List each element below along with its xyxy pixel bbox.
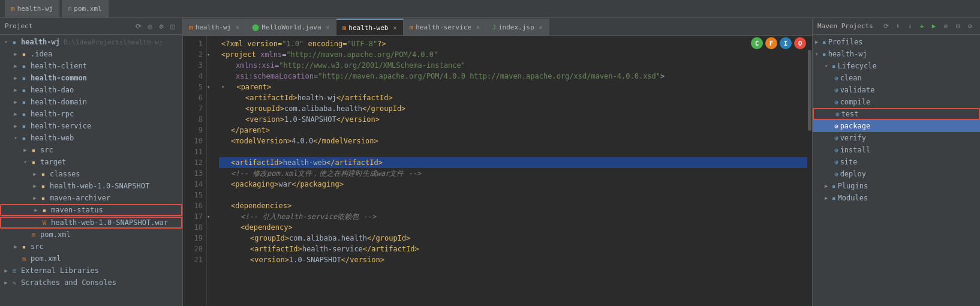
maven-import-icon[interactable]: ⬇: [892, 21, 903, 32]
scroll-thumb[interactable]: [808, 50, 811, 131]
code-text: <packaging>war</packaging>: [221, 179, 344, 190]
tree-item-idea[interactable]: ▶ ▪ .idea: [0, 48, 182, 60]
tree-item-maven-status[interactable]: ▶ ▪ maven-status: [0, 204, 182, 216]
tree-item-health-domain[interactable]: ▶ ▪ health-domain: [0, 96, 182, 108]
fold-btn-5[interactable]: ▾: [207, 82, 214, 92]
tab-close-icon[interactable]: ×: [476, 24, 480, 31]
opera-btn[interactable]: O: [794, 37, 806, 49]
item-label: src: [40, 146, 53, 154]
code-text: <project xmlns="http://maven.apache.org/…: [221, 49, 438, 60]
tree-item-health-client[interactable]: ▶ ▪ health-client: [0, 60, 182, 72]
maven-add-icon[interactable]: +: [916, 21, 927, 32]
maven-item-profiles[interactable]: ▶ ▪ Profiles: [813, 36, 980, 48]
maven-item-package[interactable]: ⚙ package: [813, 120, 980, 132]
fold-btn-16[interactable]: ▾: [207, 211, 214, 222]
maven-arrow-right: ▶: [825, 195, 832, 201]
top-tab-pom[interactable]: m pom.xml: [62, 0, 108, 17]
item-label: health-web-1.0-SNAPSHOT.war: [51, 218, 168, 227]
editor-tab-health-wj[interactable]: m health-wj ×: [183, 19, 246, 35]
code-line-11: [219, 146, 812, 157]
tree-item-health-service[interactable]: ▶ ▪ health-service: [0, 120, 182, 132]
maven-item-validate[interactable]: ⚙ validate: [813, 84, 980, 96]
gear-lifecycle-icon: ⚙: [834, 146, 838, 154]
tree-item-scratches[interactable]: ▶ ✎ Scratches and Consoles: [0, 277, 182, 289]
arrow-right: ▶: [12, 51, 19, 57]
maven-refresh-icon[interactable]: ⟳: [880, 21, 891, 32]
maven-collapse-icon[interactable]: ⊟: [952, 21, 963, 32]
maven-item-lifecycle[interactable]: ▾ ▪ Lifecycle: [813, 60, 980, 72]
tab-close-icon[interactable]: ×: [236, 24, 239, 31]
item-label: health-web-1.0-SNAPSHOT: [50, 182, 149, 190]
fold-icon-5[interactable]: ▾: [221, 82, 224, 92]
maven-run-icon[interactable]: ▶: [928, 21, 939, 32]
item-label: health-dao: [31, 86, 74, 94]
arrow-right: ▶: [22, 147, 29, 153]
tree-item-pom-web[interactable]: m pom.xml: [0, 229, 182, 241]
editor-tab-health-web[interactable]: m health-web ×: [336, 19, 404, 35]
tree-item-external-libraries[interactable]: ▶ ⊞ External Libraries: [0, 265, 182, 277]
maven-item-verify[interactable]: ⚙ verify: [813, 132, 980, 144]
chrome-btn[interactable]: C: [751, 37, 763, 49]
locate-icon[interactable]: ◎: [145, 22, 155, 31]
tree-item-pom-root[interactable]: m pom.xml: [0, 253, 182, 265]
xml-icon: m: [68, 5, 71, 12]
tab-close-icon[interactable]: ×: [326, 24, 330, 31]
tree-item-health-web[interactable]: ▾ ▪ health-web: [0, 132, 182, 144]
module-icon: ▪: [19, 85, 29, 95]
arrow-right: ▶: [31, 195, 38, 201]
tree-item-war-file[interactable]: W health-web-1.0-SNAPSHOT.war: [0, 217, 182, 229]
tree-item-classes[interactable]: ▶ ▪ classes: [0, 168, 182, 180]
m-tab-icon: m: [410, 23, 414, 31]
code-line-2: <project xmlns="http://maven.apache.org/…: [219, 49, 812, 60]
maven-item-compile[interactable]: ⚙ compile: [813, 96, 980, 108]
code-text: <groupId>com.alibaba.health</groupId>: [221, 103, 405, 114]
expand-icon[interactable]: ◫: [168, 22, 178, 31]
code-text: <artifactId>health-web</artifactId>: [221, 157, 383, 168]
tree-item-target[interactable]: ▾ ▪ target: [0, 156, 182, 168]
tree-item-health-common[interactable]: ▶ ▪ health-common: [0, 72, 182, 84]
tree-item-maven-archiver[interactable]: ▶ ▪ maven-archiver: [0, 192, 182, 204]
maven-skip-icon[interactable]: ⊘: [940, 21, 951, 32]
tree-item-health-wj-root[interactable]: ▾ ▪ health-wj D:\IdeaProjects\health-wj: [0, 36, 182, 48]
tab-close-icon[interactable]: ×: [539, 24, 543, 31]
maven-item-test[interactable]: ⚙ test: [813, 108, 980, 120]
fold-gutter: ▾ ▾ ▾: [207, 36, 214, 306]
editor-tab-health-service[interactable]: m health-service ×: [404, 19, 486, 35]
maven-item-deploy[interactable]: ⚙ deploy: [813, 168, 980, 180]
tree-item-health-dao[interactable]: ▶ ▪ health-dao: [0, 84, 182, 96]
tree-item-health-rpc[interactable]: ▶ ▪ health-rpc: [0, 108, 182, 120]
code-text: <parent>: [227, 82, 271, 92]
maven-tree: ▶ ▪ Profiles ▾ ▪ health-wj ▾ ▪ Lifecycle…: [813, 35, 980, 306]
code-text: <artifactId>health-service</artifactId>: [221, 244, 419, 254]
maven-item-site[interactable]: ⚙ site: [813, 156, 980, 168]
gear-settings-icon[interactable]: ⚙: [157, 22, 166, 31]
fold-btn-2[interactable]: ▾: [207, 49, 214, 60]
firefox-btn[interactable]: F: [765, 37, 777, 49]
maven-item-clean[interactable]: ⚙ clean: [813, 72, 980, 84]
maven-item-modules[interactable]: ▶ ▪ Modules: [813, 192, 980, 204]
tab-close-icon[interactable]: ×: [393, 25, 397, 31]
top-tab-health-wj[interactable]: m health-wj: [5, 0, 59, 17]
sync-icon[interactable]: ⟳: [134, 22, 143, 31]
tree-item-src-root[interactable]: ▶ ▪ src: [0, 241, 182, 253]
code-line-3: xmlns:xsi="http://www.w3.org/2001/XMLSch…: [219, 60, 812, 71]
scratch-icon: ✎: [10, 278, 19, 287]
scroll-track[interactable]: [807, 36, 812, 306]
maven-item-plugins[interactable]: ▶ ▪ Plugins: [813, 180, 980, 192]
tree-item-snapshot-dir[interactable]: ▶ ▪ health-web-1.0-SNAPSHOT: [0, 180, 182, 192]
ie-btn[interactable]: I: [780, 37, 792, 49]
tree-item-src[interactable]: ▶ ▪ src: [0, 144, 182, 156]
project-sidebar: Project ⟳ ◎ ⚙ ◫ ▾ ▪ health-wj D:\IdeaPro…: [0, 18, 183, 306]
gear-lifecycle-icon: ⚙: [834, 98, 838, 106]
editor-tab-index-jsp[interactable]: J index.jsp ×: [486, 19, 549, 35]
m-tab-icon: m: [189, 23, 193, 31]
maven-item-install[interactable]: ⚙ install: [813, 144, 980, 156]
arrow-right: ▶: [12, 111, 19, 117]
code-editor[interactable]: <?xml version="1.0" encoding="UTF-8"?> <…: [214, 36, 812, 306]
sidebar-header: Project ⟳ ◎ ⚙ ◫: [0, 18, 182, 35]
editor-tab-helloworld[interactable]: ⬤ HelloWorld.java ×: [246, 19, 336, 35]
maven-settings-icon[interactable]: ⚙: [964, 21, 975, 32]
maven-item-health-wj[interactable]: ▾ ▪ health-wj: [813, 48, 980, 60]
folder-icon: ▪: [38, 193, 48, 203]
maven-download-icon[interactable]: ↓: [904, 21, 915, 32]
